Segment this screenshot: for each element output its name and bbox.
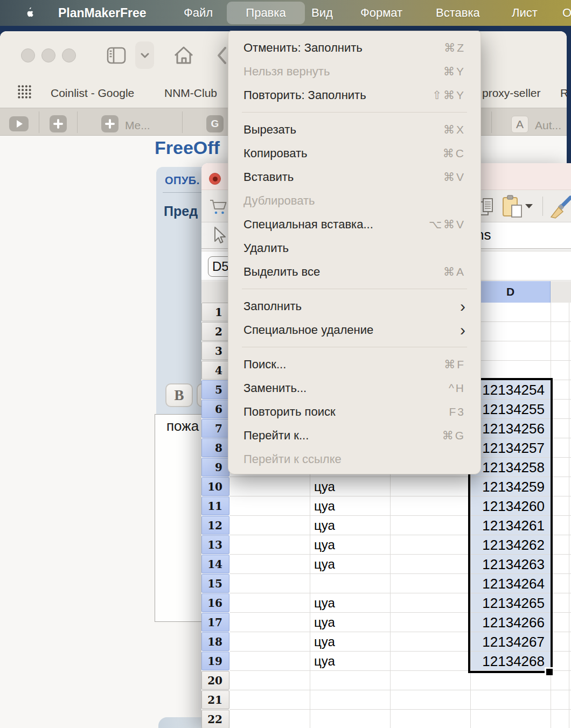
menu-item-label: Нельзя вернуть (243, 65, 443, 79)
menu-item[interactable]: Перейти к...⌘G (228, 424, 481, 447)
close-button[interactable] (209, 173, 221, 185)
home-icon (173, 45, 194, 65)
menubar-item-6[interactable]: Лист (512, 0, 538, 26)
tab-me-icon[interactable] (101, 115, 119, 132)
menu-item[interactable]: Выделить все⌘A (228, 260, 481, 284)
menubar-item-3[interactable]: Вид (311, 0, 333, 26)
menu-item[interactable]: Заполнить› (228, 295, 481, 318)
row-header-17[interactable]: 17 (201, 613, 229, 632)
back-button[interactable] (217, 47, 227, 64)
row-header-18[interactable]: 18 (201, 632, 229, 651)
menu-item-label: Повторить: Заполнить (243, 88, 432, 102)
bookmark-item[interactable]: NNM-Club (164, 87, 217, 100)
row-header-14[interactable]: 14 (201, 555, 229, 573)
menubar-item-1[interactable]: Файл (184, 0, 213, 26)
cart-icon[interactable] (210, 199, 229, 217)
cell-B13[interactable]: цуа (314, 535, 389, 554)
row-header-7[interactable]: 7 (201, 419, 229, 438)
column-header-e[interactable] (551, 281, 571, 303)
menu-item[interactable]: Повторить поискF3 (228, 400, 481, 424)
menu-item[interactable]: Заменить...^H (228, 376, 481, 400)
cell-B10[interactable]: цуа (314, 477, 389, 495)
row-header-19[interactable]: 19 (201, 652, 229, 670)
row-header-22[interactable]: 22 (201, 710, 229, 728)
menu-item[interactable]: Специальная вставка...⌥⌘V (228, 213, 481, 236)
row-header-11[interactable]: 11 (201, 496, 229, 515)
menu-item-label: Копировать (243, 146, 443, 160)
minimize-button[interactable] (41, 48, 55, 62)
tab-aut-icon[interactable]: A (511, 116, 528, 133)
menubar-item-overflow[interactable]: О (562, 0, 571, 26)
menu-item-shortcut: ⌘Z (444, 41, 465, 54)
tab-divider (182, 111, 183, 133)
tab-youtube[interactable] (9, 116, 29, 131)
cell-B14[interactable]: цуа (314, 555, 389, 573)
column-header-d[interactable]: D (470, 281, 551, 303)
row-header-16[interactable]: 16 (201, 593, 229, 612)
cell-B11[interactable]: цуа (314, 496, 389, 515)
row-header-9[interactable]: 9 (201, 458, 229, 477)
row-header-2[interactable]: 2 (201, 322, 229, 341)
menu-item[interactable]: Копировать⌘C (228, 142, 481, 165)
menu-item[interactable]: Специальное удаление› (228, 318, 481, 342)
bookmark-item[interactable]: proxy-seller (482, 87, 541, 100)
chevron-left-icon (217, 47, 227, 64)
menu-item-label: Вырезать (243, 123, 443, 137)
home-button[interactable] (173, 45, 194, 65)
row-header-8[interactable]: 8 (201, 438, 229, 457)
selection-fill-handle[interactable] (545, 667, 553, 675)
menubar-app-name[interactable]: PlanMakerFree (58, 0, 147, 26)
form-subheading: Пред (164, 204, 198, 219)
cell-B18[interactable]: цуа (314, 632, 389, 650)
row-header-10[interactable]: 10 (201, 477, 229, 496)
tab-new[interactable] (50, 115, 67, 132)
edit-menu-dropdown: Отменить: Заполнить⌘ZНельзя вернуть⌘YПов… (228, 31, 481, 474)
zoom-button[interactable] (62, 48, 76, 62)
tab-aut-label[interactable]: Aut... (535, 119, 561, 132)
cursor-tool-icon[interactable] (212, 226, 226, 248)
menu-item-shortcut: ⇧⌘Y (432, 89, 465, 102)
row-header-20[interactable]: 20 (201, 671, 229, 690)
published-link[interactable]: ОПУБ. (165, 174, 200, 187)
menu-item[interactable]: Повторить: Заполнить⇧⌘Y (228, 83, 481, 107)
app-grid-icon[interactable] (17, 85, 32, 101)
row-header-13[interactable]: 13 (201, 535, 229, 554)
row-header-5[interactable]: 5 (201, 380, 229, 399)
menu-item[interactable]: Удалить (228, 236, 481, 260)
paste-icon[interactable] (501, 194, 525, 220)
menu-item[interactable]: Поиск...⌘F (228, 353, 481, 376)
menu-item-label: Вставить (243, 170, 443, 184)
format-brush-icon[interactable] (548, 195, 571, 222)
cell-B19[interactable]: цуа (314, 652, 389, 670)
cell-B17[interactable]: цуа (314, 613, 389, 631)
bookmark-item[interactable]: Coinlist - Google (51, 87, 134, 100)
row-header-4[interactable]: 4 (201, 361, 229, 380)
sidebar-chevron-button[interactable] (135, 41, 154, 69)
cell-B12[interactable]: цуа (314, 516, 389, 534)
apple-menu[interactable] (24, 0, 34, 26)
row-header-6[interactable]: 6 (201, 400, 229, 418)
row-header-1[interactable]: 1 (201, 303, 229, 321)
menubar-item-2[interactable]: Правка (227, 0, 305, 26)
bookmark-item[interactable]: R (560, 87, 567, 100)
tab-me-label[interactable]: Me... (125, 119, 150, 132)
paste-dropdown-caret[interactable] (525, 204, 533, 208)
menu-item[interactable]: Вырезать⌘X (228, 118, 481, 142)
sidebar-icon[interactable] (106, 45, 127, 66)
select-all-corner[interactable] (201, 281, 229, 303)
submenu-chevron-icon: › (460, 325, 465, 335)
close-button[interactable] (21, 48, 35, 62)
menu-item-shortcut: ⌘V (443, 171, 465, 184)
menubar-item-4[interactable]: Формат (360, 0, 402, 26)
menu-item[interactable]: Отменить: Заполнить⌘Z (228, 36, 481, 60)
row-header-15[interactable]: 15 (201, 574, 229, 593)
menu-item[interactable]: Вставить⌘V (228, 165, 481, 189)
bold-button[interactable]: B (165, 383, 193, 407)
menu-item: Нельзя вернуть⌘Y (228, 60, 481, 83)
row-header-3[interactable]: 3 (201, 341, 229, 360)
tab-g[interactable]: G (206, 115, 224, 132)
row-header-21[interactable]: 21 (201, 690, 229, 709)
cell-B16[interactable]: цуа (314, 593, 389, 612)
row-header-12[interactable]: 12 (201, 516, 229, 535)
menubar-item-5[interactable]: Вставка (436, 0, 480, 26)
